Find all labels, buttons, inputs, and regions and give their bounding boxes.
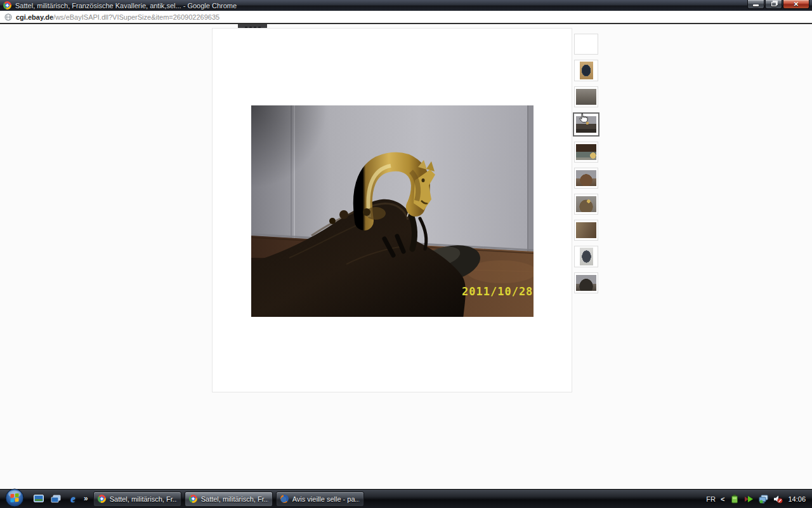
battery-tray-icon[interactable] [730,494,739,504]
quick-launch: e [33,494,79,504]
thumbnail-image [576,89,596,105]
window-title: Sattel, militärisch, Französische Kavall… [15,2,237,10]
taskbar-button-chrome-1[interactable]: Sattel, militärisch, Fr... [93,491,181,507]
thumbnail-5-saddle-side-dark[interactable] [574,142,598,163]
taskbar-button-label: Sattel, militärisch, Fr... [110,495,177,503]
thumbnail-1-saddle-on-floor[interactable] [574,34,598,55]
thumbnail-image [576,170,596,186]
thumbnail-image [576,116,596,133]
quick-launch-overflow-chevron[interactable]: » [84,494,88,503]
start-button[interactable] [4,487,25,508]
thumbnail-image [580,62,593,79]
taskbar-button-chrome-2[interactable]: Sattel, militärisch, Fr... [185,491,273,507]
restore-icon [771,2,776,6]
close-button[interactable]: ✕ [783,0,809,9]
minimize-icon [753,4,759,6]
thumbnail-image [576,144,596,160]
chrome-icon [189,495,197,503]
thumbnail-3-leather-detail-blurry[interactable] [574,86,598,107]
restore-button[interactable] [765,0,782,9]
switch-windows-icon[interactable] [50,494,62,504]
address-bar[interactable]: cgi.ebay.de/ws/eBayISAPI.dll?VISuperSize… [0,11,812,24]
thumbnail-6-saddle-profile[interactable] [574,168,598,189]
close-icon: ✕ [794,1,799,8]
thumbnail-column [574,34,602,298]
taskbar: e » Sattel, militärisch, Fr... Sattel, m… [0,489,812,508]
chrome-favicon-icon [3,1,11,10]
hidden-icons-chevron[interactable]: < [721,495,724,503]
minimize-button[interactable] [747,0,764,9]
main-photo: 2011/10/28 [251,105,534,317]
window-controls: ✕ [747,0,809,9]
language-indicator[interactable]: FR [706,495,716,503]
thumbnail-8-saddle-front-blurry[interactable] [574,220,598,241]
taskbar-button-label: Avis vieille selle - pa... [292,495,360,503]
thumbnail-9-saddle-flap-upright[interactable] [574,246,598,267]
thumbnail-4-horse-head-pommel-view[interactable] [573,112,599,137]
thumbnail-7-saddle-with-gold-pommel[interactable] [574,194,598,215]
thumbnail-image [576,222,596,238]
page-content: 2011/10/28 [0,24,812,488]
sync-arrows-tray-icon[interactable] [744,494,754,504]
thumbnail-image [576,196,596,212]
volume-muted-tray-icon[interactable] [773,494,783,504]
thumbnail-image [576,36,596,52]
show-desktop-icon[interactable] [33,494,44,504]
firefox-icon [280,495,289,503]
system-tray: FR < 14:06 [706,494,812,504]
internet-explorer-icon[interactable]: e [67,494,79,504]
chrome-icon [98,495,106,503]
thumbnail-10-saddle-rear-view[interactable] [574,272,598,293]
url-host: cgi.ebay.de [16,13,53,21]
taskbar-button-label: Sattel, militärisch, Fr... [201,495,268,503]
window-titlebar: Sattel, militärisch, Französische Kavall… [0,0,812,11]
url-path: /ws/eBayISAPI.dll?VISuperSize&item=26090… [53,13,219,21]
clock[interactable]: 14:06 [788,495,806,503]
taskbar-button-firefox[interactable]: Avis vieille selle - pa... [276,491,364,507]
globe-icon [4,13,12,21]
photo-date-stamp: 2011/10/28 [462,285,533,298]
network-tray-icon[interactable] [759,494,768,504]
thumbnail-2-saddle-seat-top[interactable] [574,60,598,81]
thumbnail-image [580,248,593,265]
thumbnail-image [576,275,596,291]
